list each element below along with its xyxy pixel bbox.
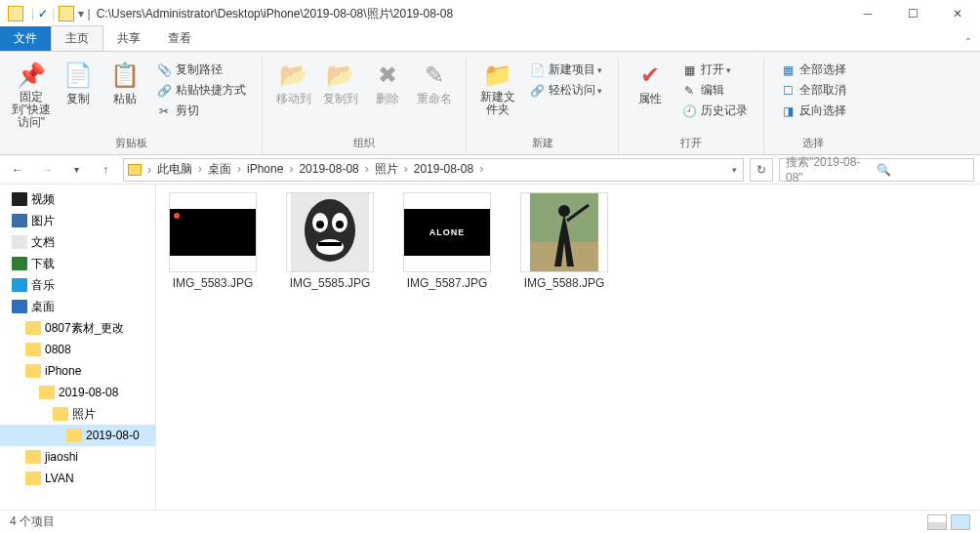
ribbon: 📌固定到"快速访问" 📄复制 📋粘贴 📎复制路径 🔗粘贴快捷方式 ✂剪切 剪贴板… xyxy=(0,51,980,155)
tab-view[interactable]: 查看 xyxy=(154,26,205,51)
nav-label: 照片 xyxy=(72,406,96,423)
nav-label: 图片 xyxy=(31,213,55,229)
nav-label: 2019-08-0 xyxy=(86,429,140,442)
nav-recent-button[interactable]: ▾ xyxy=(64,158,88,182)
copy-button[interactable]: 📄复制 xyxy=(55,58,102,109)
invert-selection-button[interactable]: ◨反向选择 xyxy=(776,101,850,121)
status-bar: 4 个项目 xyxy=(0,510,980,533)
open-button[interactable]: ▦打开▾ xyxy=(677,60,752,80)
nav-label: iPhone xyxy=(45,364,81,378)
nav-item[interactable]: 照片 xyxy=(0,403,155,425)
breadcrumb-segment[interactable]: 桌面 xyxy=(204,162,235,176)
navigation-pane[interactable]: 视频图片文档下载音乐桌面0807素材_更改0808iPhone2019-08-0… xyxy=(0,184,156,510)
address-dropdown-icon[interactable]: ▾ xyxy=(732,165,737,175)
rename-button[interactable]: ✎重命名 xyxy=(411,58,458,109)
file-thumbnail xyxy=(286,192,374,272)
delete-button[interactable]: ✖删除 xyxy=(364,58,411,109)
copy-icon: 📄 xyxy=(62,60,94,91)
file-list[interactable]: IMG_5583.JPGIMG_5585.JPGALONEIMG_5587.JP… xyxy=(156,184,980,510)
nav-forward-button[interactable]: → xyxy=(35,158,59,182)
group-select: 选择 xyxy=(802,134,824,154)
nav-label: 下载 xyxy=(31,256,55,272)
easy-access-button[interactable]: 🔗轻松访问▾ xyxy=(525,80,606,101)
open-icon: ▦ xyxy=(681,62,697,78)
properties-button[interactable]: ✔属性 xyxy=(627,58,674,109)
nav-item[interactable]: 桌面 xyxy=(0,296,155,317)
view-icons-button[interactable] xyxy=(951,514,970,530)
qat-check-icon[interactable]: ✓ xyxy=(38,7,48,20)
paste-shortcut-button[interactable]: 🔗粘贴快捷方式 xyxy=(152,80,250,101)
refresh-button[interactable]: ↻ xyxy=(750,158,773,182)
maximize-button[interactable]: ☐ xyxy=(890,0,935,27)
qat-dropdown-icon[interactable]: ▾ | xyxy=(78,7,90,20)
file-name: IMG_5585.JPG xyxy=(290,276,371,290)
folder-icon xyxy=(25,450,41,464)
copyto-icon: 📂 xyxy=(325,60,356,91)
address-bar: ← → ▾ ↑ › 此电脑›桌面›iPhone›2019-08-08›照片›20… xyxy=(0,155,980,184)
folder-icon xyxy=(25,343,41,356)
pin-button[interactable]: 📌固定到"快速访问" xyxy=(8,58,55,131)
edit-button[interactable]: ✎编辑 xyxy=(677,80,752,101)
close-button[interactable]: ✕ xyxy=(935,0,980,27)
select-none-icon: ☐ xyxy=(780,83,796,99)
nav-item[interactable]: 0808 xyxy=(0,339,155,360)
ribbon-collapse-icon[interactable]: ˆ xyxy=(966,37,970,51)
select-all-button[interactable]: ▦全部选择 xyxy=(776,60,850,80)
nav-label: 音乐 xyxy=(31,277,55,294)
tab-share[interactable]: 共享 xyxy=(103,26,154,51)
breadcrumb-segment[interactable]: 照片 xyxy=(371,162,402,176)
copy-to-button[interactable]: 📂复制到 xyxy=(317,58,364,109)
file-item[interactable]: IMG_5588.JPG xyxy=(515,192,613,290)
breadcrumb-segment[interactable]: 此电脑 xyxy=(153,162,196,176)
svg-point-6 xyxy=(316,239,344,255)
nav-item[interactable]: iPhone xyxy=(0,360,155,382)
paste-button[interactable]: 📋粘贴 xyxy=(102,58,148,109)
folder-icon xyxy=(12,235,27,249)
new-folder-button[interactable]: 📁新建文件夹 xyxy=(474,58,521,118)
nav-label: 2019-08-08 xyxy=(59,386,118,399)
file-thumbnail: ALONE xyxy=(403,192,491,272)
nav-item[interactable]: 视频 xyxy=(0,188,155,210)
file-item[interactable]: ALONEIMG_5587.JPG xyxy=(398,192,496,290)
nav-item[interactable]: 文档 xyxy=(0,231,155,253)
nav-item[interactable]: LVAN xyxy=(0,468,155,489)
nav-back-button[interactable]: ← xyxy=(6,158,29,182)
tab-file[interactable]: 文件 xyxy=(0,26,51,51)
nav-label: 0807素材_更改 xyxy=(45,320,124,337)
cut-button[interactable]: ✂剪切 xyxy=(152,101,250,121)
window-title: C:\Users\Administrator\Desktop\iPhone\20… xyxy=(97,6,454,22)
new-item-button[interactable]: 📄新建项目▾ xyxy=(525,60,606,80)
breadcrumb[interactable]: › 此电脑›桌面›iPhone›2019-08-08›照片›2019-08-08… xyxy=(123,158,744,182)
folder-icon xyxy=(66,429,82,442)
move-to-button[interactable]: 📂移动到 xyxy=(270,58,317,109)
file-item[interactable]: IMG_5583.JPG xyxy=(164,192,262,290)
nav-up-button[interactable]: ↑ xyxy=(94,158,117,182)
breadcrumb-segment[interactable]: 2019-08-08 xyxy=(295,162,362,176)
folder-icon xyxy=(12,257,27,270)
nav-item[interactable]: 0807素材_更改 xyxy=(0,317,155,339)
view-details-button[interactable] xyxy=(927,514,947,530)
item-count: 4 个项目 xyxy=(10,513,55,530)
group-organize: 组织 xyxy=(353,134,375,154)
file-item[interactable]: IMG_5585.JPG xyxy=(281,192,379,290)
properties-icon: ✔ xyxy=(634,60,666,91)
svg-rect-7 xyxy=(318,242,342,246)
copy-path-button[interactable]: 📎复制路径 xyxy=(152,60,250,80)
breadcrumb-segment[interactable]: iPhone xyxy=(243,162,287,176)
file-thumbnail xyxy=(520,192,608,272)
nav-item[interactable]: 音乐 xyxy=(0,274,155,296)
pin-icon: 📌 xyxy=(16,60,47,91)
nav-item[interactable]: 下载 xyxy=(0,253,155,274)
tab-home[interactable]: 主页 xyxy=(51,25,103,51)
history-button[interactable]: 🕘历史记录 xyxy=(677,101,752,121)
minimize-button[interactable]: ─ xyxy=(845,0,890,27)
nav-item[interactable]: 图片 xyxy=(0,210,155,231)
nav-item[interactable]: 2019-08-0 xyxy=(0,425,155,446)
search-input[interactable]: 搜索"2019-08-08" 🔍 xyxy=(779,158,974,182)
folder-icon xyxy=(39,386,55,399)
nav-item[interactable]: jiaoshi xyxy=(0,446,155,468)
folder-icon xyxy=(12,300,27,313)
nav-item[interactable]: 2019-08-08 xyxy=(0,382,155,403)
select-none-button[interactable]: ☐全部取消 xyxy=(776,80,850,101)
breadcrumb-segment[interactable]: 2019-08-08 xyxy=(410,162,477,176)
